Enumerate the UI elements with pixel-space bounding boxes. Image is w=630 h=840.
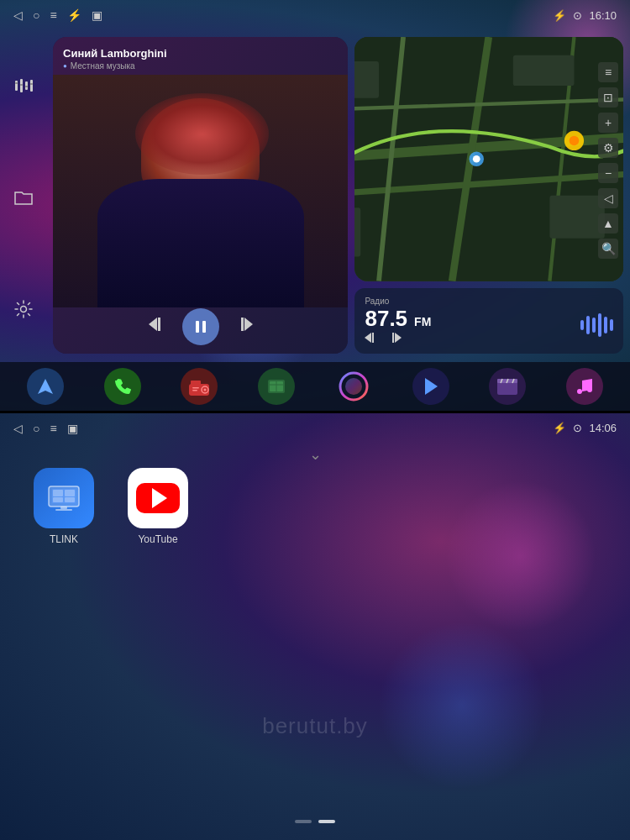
- nav-maps2-button[interactable]: [258, 368, 295, 405]
- svg-point-52: [587, 387, 592, 392]
- svg-marker-9: [149, 318, 157, 331]
- watermark: berutut.by: [262, 713, 368, 739]
- youtube-logo: [136, 483, 180, 513]
- nav-video-button[interactable]: [489, 368, 526, 405]
- back-icon[interactable]: ◁: [13, 8, 23, 22]
- bluetooth-icon-top: ⚡: [553, 9, 566, 22]
- screen-container: ◁ ○ ≡ ⚡ ▣ ⚡ ⊙ 16:10: [0, 0, 630, 840]
- map-controls: ≡ ⊡ + ⚙ − ◁ ▲ 🔍: [598, 62, 618, 259]
- music-card[interactable]: Синий Lamborghini ● Местная музыка: [53, 37, 348, 354]
- chevron-down-icon[interactable]: ⌄: [309, 445, 322, 464]
- folder-button[interactable]: [8, 181, 39, 213]
- svg-marker-34: [38, 379, 53, 394]
- home-icon-bottom[interactable]: ○: [33, 422, 39, 435]
- settings-button[interactable]: [8, 293, 39, 325]
- top-status-left: ◁ ○ ≡ ⚡ ▣: [13, 8, 102, 22]
- pause-button[interactable]: [182, 308, 219, 345]
- prev-track-button[interactable]: [149, 318, 165, 335]
- right-column: ≡ ⊡ + ⚙ − ◁ ▲ 🔍 Радио: [354, 37, 623, 354]
- svg-rect-56: [65, 490, 75, 496]
- svg-point-8: [20, 307, 26, 312]
- main-content: Синий Lamborghini ● Местная музыка: [46, 30, 630, 360]
- svg-point-38: [204, 388, 207, 391]
- next-track-button[interactable]: [236, 318, 253, 335]
- youtube-bg: [136, 483, 180, 513]
- bottom-status-bar: ◁ ○ ≡ ▣ ⚡ ⊙ 14:06: [0, 413, 630, 444]
- svg-point-51: [577, 389, 582, 394]
- svg-rect-57: [53, 497, 63, 502]
- youtube-icon: [128, 468, 188, 528]
- svg-marker-13: [244, 318, 253, 331]
- svg-rect-11: [196, 321, 199, 333]
- nav-playstore-button[interactable]: [412, 368, 449, 405]
- svg-rect-10: [158, 318, 160, 331]
- nav-music-button[interactable]: [566, 368, 603, 405]
- svg-rect-31: [372, 333, 374, 343]
- youtube-label: YouTube: [138, 533, 177, 545]
- home-icon[interactable]: ○: [33, 8, 39, 22]
- top-status-bar: ◁ ○ ≡ ⚡ ▣ ⚡ ⊙ 16:10: [0, 0, 630, 30]
- music-subtitle: ● Местная музыка: [63, 61, 338, 71]
- radio-controls: [365, 332, 431, 345]
- nav-opera-button[interactable]: [335, 368, 372, 405]
- back-icon-bottom[interactable]: ◁: [13, 422, 23, 435]
- location-icon-bottom: ⊙: [573, 422, 582, 434]
- dot-2[interactable]: [318, 820, 335, 823]
- svg-rect-39: [192, 387, 199, 389]
- map-search-button[interactable]: 🔍: [598, 239, 618, 259]
- tlink-app[interactable]: TLINK: [34, 468, 94, 545]
- dot-1[interactable]: [295, 820, 312, 823]
- bottom-status-left: ◁ ○ ≡ ▣: [13, 422, 78, 435]
- svg-rect-25: [550, 196, 605, 239]
- location-icon-top: ⊙: [573, 9, 582, 22]
- map-card[interactable]: ≡ ⊡ + ⚙ − ◁ ▲ 🔍: [354, 37, 623, 281]
- tlink-icon: [34, 468, 94, 528]
- svg-marker-45: [425, 378, 438, 395]
- svg-point-29: [570, 136, 580, 146]
- svg-marker-32: [395, 333, 402, 343]
- time-bottom: 14:06: [589, 422, 617, 434]
- radio-prev-button[interactable]: [365, 332, 378, 345]
- map-background: ≡ ⊡ + ⚙ − ◁ ▲ 🔍: [354, 37, 623, 281]
- map-copy-button[interactable]: ⊡: [598, 87, 618, 108]
- svg-marker-30: [365, 333, 371, 343]
- radio-next-button[interactable]: [388, 332, 402, 345]
- svg-rect-6: [30, 80, 33, 92]
- map-zoom-out-button[interactable]: −: [598, 163, 618, 183]
- nav-maps-button[interactable]: [27, 368, 64, 405]
- music-info: Синий Lamborghini ● Местная музыка: [63, 47, 338, 71]
- svg-rect-55: [53, 490, 63, 496]
- map-compass-button[interactable]: ▲: [598, 213, 618, 234]
- equalizer-button[interactable]: [8, 70, 39, 102]
- map-zoom-in-button[interactable]: +: [598, 113, 618, 133]
- radio-card[interactable]: Радио 87.5 FM: [354, 288, 623, 354]
- bluetooth-icon-bottom: ⚡: [553, 422, 566, 434]
- sound-wave-visualization: [580, 312, 613, 338]
- svg-rect-33: [392, 333, 394, 343]
- svg-rect-7: [30, 83, 33, 85]
- bottom-screen: ◁ ○ ≡ ▣ ⚡ ⊙ 14:06 ⌄: [0, 413, 630, 840]
- map-layers-button[interactable]: ≡: [598, 62, 618, 82]
- page-indicator: [295, 820, 335, 823]
- svg-rect-5: [25, 86, 28, 87]
- svg-point-44: [345, 378, 362, 395]
- tlink-label: TLINK: [50, 533, 78, 545]
- menu-icon[interactable]: ≡: [50, 8, 56, 22]
- time-top: 16:10: [589, 9, 617, 22]
- bottom-status-right: ⚡ ⊙ 14:06: [553, 422, 617, 434]
- top-screen: ◁ ○ ≡ ⚡ ▣ ⚡ ⊙ 16:10: [0, 0, 630, 411]
- svg-rect-0: [15, 81, 18, 91]
- svg-rect-59: [60, 507, 67, 509]
- map-settings-button[interactable]: ⚙: [598, 138, 618, 158]
- radio-frequency: 87.5 FM: [365, 306, 431, 332]
- nav-phone-button[interactable]: [104, 368, 141, 405]
- music-art: [53, 75, 348, 307]
- svg-rect-15: [354, 37, 623, 281]
- nav-radio-button[interactable]: [181, 368, 218, 405]
- screen-icon: ▣: [92, 8, 102, 22]
- youtube-app[interactable]: YouTube: [128, 468, 188, 545]
- svg-rect-22: [354, 61, 379, 98]
- map-location-button[interactable]: ◁: [598, 188, 618, 208]
- svg-rect-24: [354, 207, 360, 256]
- menu-icon-bottom[interactable]: ≡: [50, 422, 56, 435]
